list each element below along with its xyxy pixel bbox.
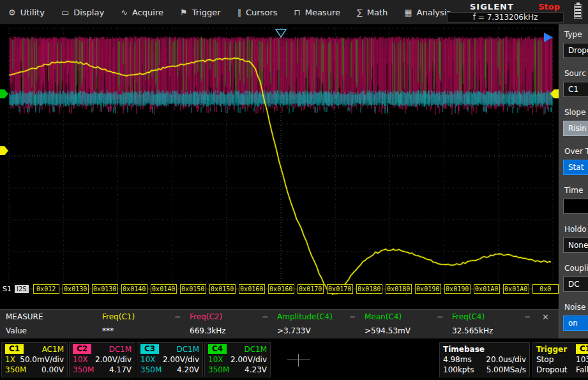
measure-header-row: MEASURE Freq(C1)− Freq(C2)− Amplitude(C4… [0,310,559,324]
trigger-type-button[interactable]: Dropo [563,43,588,58]
sample-rate: 5.00MSa/s [486,365,526,375]
probe-attenuation: 1X [5,354,15,365]
bandwidth-limit: 350M [208,365,229,375]
decode-value: 0x0190 [444,284,471,294]
menu-cursors[interactable]: ∥Cursors [229,0,286,24]
decode-value: 0x0180 [356,284,382,294]
decode-value: 0x0150 [209,284,236,294]
decode-value: 0x0130 [92,284,118,294]
menu-label: Acquire [132,8,163,17]
measure-title: MEASURE [0,312,102,321]
menu-measure[interactable]: ⊓Measure [286,0,349,24]
measure-value: 669.3kHz [190,326,226,335]
menu-label: Trigger [192,8,221,17]
measure-value-row: Value *** 669.3kHz >3.733V >594.53mV 32.… [0,324,559,338]
bandwidth-limit: 350M [5,365,26,375]
channel-offset: 4.23V [245,365,267,375]
menu-label: Analysis [417,8,451,17]
decode-value: 0x0170 [298,284,324,294]
collapse-measure-button[interactable]: − [349,312,356,321]
collapse-measure-button[interactable]: − [437,312,443,321]
time-value-input[interactable] [563,199,588,214]
setting-label-coupling: Coupli [564,264,588,274]
decode-bus-row: S1 I2S 0x012 0x0130 0x0130 0x0140 0x0140… [0,282,559,296]
menu-label: Cursors [246,8,278,17]
decode-value: 0x0150 [180,284,206,294]
menu-strip: ⚙Utility ▭Display ∿Acquire ⚑Trigger ∥Cur… [0,0,459,24]
decode-value: 0x012 [33,284,59,294]
volts-per-div: 2.00V/div [230,354,267,365]
coupling-button[interactable]: DC [563,277,588,292]
decode-value: 0x0140 [151,284,177,294]
measure-name: Mean(C4) [365,312,402,321]
trigger-settings-panel: TypeDropo SourcC1 SlopeRisin Over TStat … [559,24,588,338]
display-icon: ▭ [61,8,69,17]
trigger-source-button[interactable]: C1 [563,82,588,97]
coupling: DC1M [176,344,199,354]
coupling: AC1M [42,344,64,354]
trigger-flag-icon: ⚑ [180,8,188,17]
trigger-slope-button[interactable]: Risin [563,121,588,136]
crosshair-icon [287,354,310,367]
measure-value: >594.53mV [365,326,411,335]
bandwidth-limit: 350M [73,365,94,375]
setting-label-overtime: Over T [564,147,588,157]
trigger-level: 103m [576,354,588,365]
channel2-badge: C2 [73,344,91,354]
utility-icon: ⚙ [8,8,16,17]
channel4-status[interactable]: C4DC1M 10X2.00V/div 350M4.23V [204,342,271,377]
memory-depth: 100kpts [443,365,474,375]
menu-label: Utility [20,8,45,17]
probe-attenuation: 10X [208,354,223,365]
collapse-measure-button[interactable]: − [174,312,181,321]
trigger-status[interactable]: TriggerC1 Stop103m DropoutFalli [532,342,588,377]
channel2-status[interactable]: C2DC1M 10X2.00V/div 350M4.17V [69,342,135,377]
acquisition-status[interactable]: Stop [538,2,560,11]
menu-trigger[interactable]: ⚑Trigger [172,0,229,24]
waveform-display[interactable]: S1 I2S 0x012 0x0130 0x0130 0x0140 0x0140… [0,24,559,309]
close-measure-button[interactable]: ✕ [542,312,549,322]
measure-value: >3.733V [277,326,311,335]
noise-reject-button[interactable]: on [563,315,588,331]
setting-label-source: Sourc [564,69,588,79]
decode-value: 0x0130 [63,284,89,294]
menu-label: Display [73,8,104,17]
math-icon: ∑ [357,8,363,17]
timebase-status[interactable]: Timebase 4.98ms20.0us/div 100kpts5.00MSa… [439,342,530,377]
setting-label-noise-reject: Noise [564,303,588,313]
analysis-icon: ▦ [404,8,412,17]
decode-value: 0x0190 [415,284,441,294]
trigger-frequency-readout: f = 7.313206kHz [447,12,564,23]
overtime-type-button[interactable]: Stat [563,160,588,175]
menu-math[interactable]: ∑Math [349,0,396,24]
bus-label: S1 [3,285,11,293]
menu-acquire[interactable]: ∿Acquire [112,0,172,24]
waveform-canvas [0,24,559,309]
decode-value: 0x0160 [239,284,265,294]
measure-name: Freq(C2) [190,312,222,321]
measure-value: *** [102,326,114,335]
menu-label: Math [367,8,388,17]
measure-value: 32.565kHz [452,326,493,335]
collapse-measure-button[interactable]: − [524,312,531,321]
collapse-measure-button[interactable]: − [262,312,268,321]
bus-protocol-badge[interactable]: I2S [15,285,29,293]
menu-label: Measure [305,8,340,17]
channel1-status[interactable]: C1AC1M 1X50.0mV/div 350M0.00V [1,342,68,377]
battery-icon [574,4,582,19]
holdoff-button[interactable]: None [563,238,588,253]
bottom-status-bar: C1AC1M 1X50.0mV/div 350M0.00V C2DC1M 10X… [0,338,588,380]
menu-display[interactable]: ▭Display [53,0,112,24]
decode-value: 0x01A0 [474,284,500,294]
channel3-status[interactable]: C3DC1M 10X2.00V/div 350M4.20V [137,342,203,377]
setting-label-slope: Slope [564,108,588,118]
timebase-scale: 20.0us/div [486,354,526,365]
decode-value: 0x01A0 [503,284,529,294]
trigger-slope: Falli [576,365,588,375]
trigger-title: Trigger [536,344,576,354]
probe-attenuation: 10X [140,354,156,365]
menu-utility[interactable]: ⚙Utility [0,0,53,24]
volts-per-div: 50.0mV/div [20,354,64,365]
timebase-delay: 4.98ms [443,354,472,365]
setting-label-time: Time [564,186,588,196]
